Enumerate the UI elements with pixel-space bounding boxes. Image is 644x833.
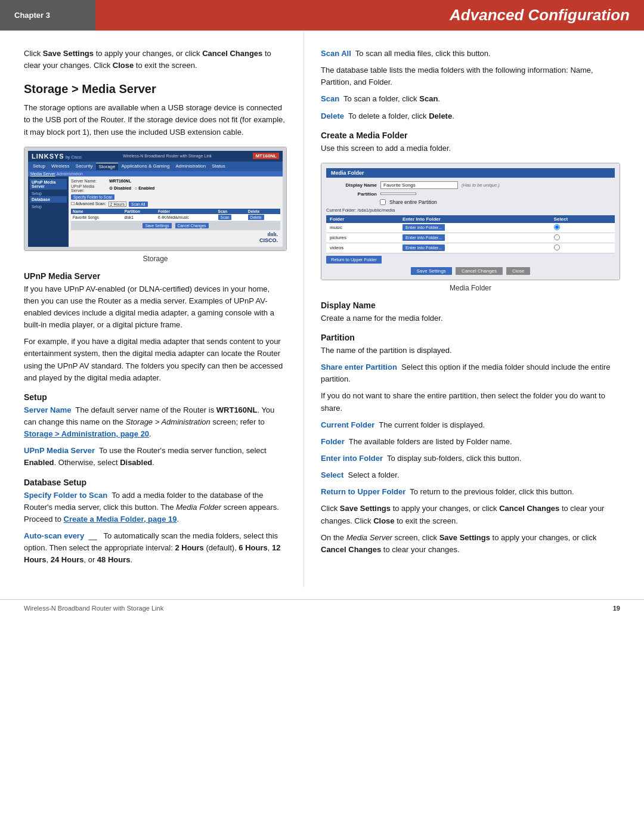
mf-header: Media Folder — [326, 168, 615, 178]
media-folder-caption: Media Folder — [321, 284, 620, 292]
mf-select-pictures — [550, 233, 615, 243]
mf-display-name-input[interactable]: Favorite Songs — [380, 181, 458, 189]
th-name: Name — [71, 209, 123, 214]
mf-share-checkbox[interactable] — [380, 199, 386, 205]
on-media-server-para: On the Media Server screen, click Save S… — [321, 532, 620, 556]
return-upper-para: Return to Upper Folder To return to the … — [321, 486, 620, 498]
enter-into-folder-para: Enter into Folder To display sub-folders… — [321, 453, 620, 465]
cancel-changes-btn-router[interactable]: Cancel Changes — [175, 223, 209, 228]
left-column: Click Save Settings to apply your change… — [0, 31, 304, 587]
router-main-content: Server Name: WRT160NL UPnP Media Server:… — [69, 176, 283, 247]
server-name-label: Server Name: — [71, 179, 107, 183]
right-column: Scan All To scan all media files, click … — [304, 31, 644, 587]
nav-setup[interactable]: Setup — [30, 163, 48, 170]
scan-row-btn[interactable]: Scan — [218, 215, 232, 220]
sidebar-setup: Setup — [30, 191, 67, 196]
sidebar-upnp: UPnP Media Server — [30, 179, 67, 190]
mf-cancel-btn[interactable]: Cancel Changes — [456, 267, 503, 275]
mf-folder-table: Folder Enter Into Folder Select music En… — [326, 215, 615, 253]
mf-save-btn[interactable]: Save Settings — [411, 267, 452, 275]
router-title: Wireless-N Broadband Router with Storage… — [123, 154, 212, 158]
mf-table-header-row: Folder Enter Into Folder Select — [326, 215, 615, 223]
nav-storage[interactable]: Storage — [96, 163, 117, 170]
specify-folder-para: Specify Folder to Scan To add a media fo… — [24, 490, 287, 525]
auto-scan-select: 2 Hours — [109, 202, 127, 207]
mf-radio-videos[interactable] — [554, 244, 560, 250]
td-partition: disk1 — [123, 214, 156, 221]
specify-folder-row: Specify Folder to Scan — [71, 194, 280, 200]
mf-partition-input[interactable] — [380, 193, 416, 195]
mf-select-music — [550, 223, 615, 233]
mf-radio-music[interactable] — [554, 224, 560, 230]
server-name-para: Server Name The default server name of t… — [24, 404, 287, 440]
upnp-para2: For example, if you have a digital media… — [24, 336, 287, 384]
create-intro: Use this screen to add a media folder. — [321, 143, 620, 154]
media-folder-ui-inner: Media Folder Display Name Favorite Songs… — [321, 163, 620, 280]
specify-folder-btn[interactable]: Specify Folder to Scan — [71, 194, 114, 200]
mf-current-folder-label: Current Folder: /sda1/public/media — [326, 208, 615, 213]
mf-enter-videos-btn[interactable]: Enter into Folder... — [402, 244, 445, 251]
mf-return-upper-btn[interactable]: Return to Upper Folder — [326, 256, 382, 264]
save-settings-para: Click Save Settings to apply your change… — [321, 503, 620, 527]
mf-enter-pictures-btn[interactable]: Enter into Folder... — [402, 234, 445, 241]
mf-folder-pictures: pictures — [326, 233, 399, 243]
database-table-para: The database table lists the media folde… — [321, 64, 620, 88]
page-header: Chapter 3 Advanced Configuration — [0, 0, 644, 31]
sub-nav-admin[interactable]: Administration — [57, 172, 83, 176]
mf-partition-row: Partition — [326, 191, 615, 197]
th-delete: Delete — [246, 209, 280, 214]
nav-status[interactable]: Status — [209, 163, 228, 170]
mf-th-select: Select — [550, 215, 615, 223]
page-footer: Wireless-N Broadband Router with Storage… — [0, 599, 644, 617]
media-folder-screenshot: Media Folder Display Name Favorite Songs… — [321, 163, 620, 280]
td-folder: 6.4K/Media/music — [156, 214, 216, 221]
upnp-section-heading: UPnP Media Server — [24, 271, 287, 281]
table-row: Favorite Songs disk1 6.4K/Media/music Sc… — [71, 214, 280, 221]
save-settings-btn-router[interactable]: Save Settings — [143, 223, 171, 228]
chapter-text: Chapter 3 — [14, 11, 50, 20]
delete-row-btn[interactable]: Delete — [248, 215, 264, 220]
mf-select-videos — [550, 243, 615, 253]
select-para: Select Select a folder. — [321, 469, 620, 481]
upnp-para1: If you have UPnP AV-enabled (or DLNA-cer… — [24, 283, 287, 332]
sub-nav-media-server[interactable]: Media Server — [30, 172, 55, 176]
upnp-label: UPnP Media Server: — [71, 184, 107, 193]
mf-share-label: Share entire Partition — [389, 199, 437, 205]
router-sidebar: UPnP Media Server Setup Database Setup — [28, 176, 69, 247]
sidebar-database: Database — [30, 196, 67, 203]
create-media-folder-heading: Create a Media Folder — [321, 131, 620, 140]
database-heading: Database Setup — [24, 478, 287, 487]
folder-para: Folder The available folders are listed … — [321, 436, 620, 448]
media-table: Name Partition Folder Scan Delete Favori… — [71, 209, 280, 221]
td-scan: Scan — [216, 214, 246, 221]
chapter-label: Chapter 3 — [0, 0, 95, 30]
router-screenshot-caption: Storage — [24, 255, 287, 263]
router-brand-bar: LINKSYS by Cisco Wireless-N Broadband Ro… — [28, 151, 283, 162]
mf-share-row: Share entire Partition — [380, 199, 615, 205]
mf-row-pictures: pictures Enter into Folder... — [326, 233, 615, 243]
mf-close-btn[interactable]: Close — [506, 267, 530, 275]
intro-para: Click Save Settings to apply your change… — [24, 48, 287, 72]
mf-th-enter: Enter Into Folder — [399, 215, 550, 223]
footer-left: Wireless-N Broadband Router with Storage… — [24, 605, 163, 612]
scan-all-btn[interactable]: Scan All — [129, 202, 148, 207]
upnp-value: ⊙ Disabled ○ Enabled — [109, 186, 154, 191]
mf-display-name-hint: (Has to be unique.) — [462, 182, 500, 188]
display-name-text: Create a name for the media folder. — [321, 312, 620, 324]
auto-scan-cb: ☐ Advanced Scan: — [71, 202, 106, 206]
server-name-value: WRT160NL — [109, 179, 131, 183]
nav-admin[interactable]: Administration — [173, 163, 208, 170]
mf-enter-music-btn[interactable]: Enter into Folder... — [402, 224, 445, 231]
nav-wireless[interactable]: Wireless — [49, 163, 72, 170]
nav-security[interactable]: Security — [73, 163, 95, 170]
router-content-area: UPnP Media Server Setup Database Setup S… — [28, 176, 283, 247]
th-folder: Folder — [156, 209, 216, 214]
mf-radio-pictures[interactable] — [554, 234, 560, 240]
mf-folder-videos: videos — [326, 243, 399, 253]
delete-para: Delete To delete a folder, click Delete. — [321, 110, 620, 122]
mf-enter-pictures: Enter into Folder... — [399, 233, 550, 243]
linksys-logo: LINKSYS — [32, 153, 64, 160]
server-name-row: Server Name: WRT160NL — [71, 179, 280, 183]
nav-apps[interactable]: Applications & Gaming — [119, 163, 172, 170]
mf-enter-videos: Enter into Folder... — [399, 243, 550, 253]
